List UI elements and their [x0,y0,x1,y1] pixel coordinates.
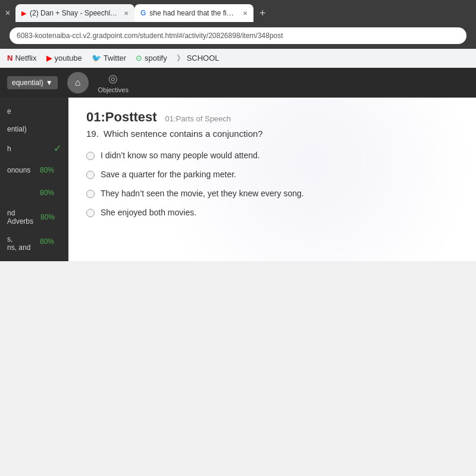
bookmarks-bar: N Netflix ▶ youtube 🐦 Twitter ⊙ spotify … [0,49,476,68]
option-a-text: I didn’t know so many people would atten… [101,151,260,160]
sidebar-item-ential[interactable]: ential) [0,120,68,138]
sequential-dropdown[interactable]: equential) ▼ [7,76,58,89]
option-b-text: Save a quarter for the parking meter. [101,170,236,179]
sidebar-score-conjunctions: 80% [33,235,61,248]
sidebar-label-conjunctions: s, ns, and [7,235,30,252]
option-d-text: She enjoyed both movies. [101,208,196,217]
tab-youtube-label: (2) Dan + Shay - Speechless (Ico [30,9,118,17]
question-body: Which sentence contains a conjunction? [104,129,263,139]
checkmark-icon: ✓ [54,143,61,154]
bookmark-spotify[interactable]: ⊙ spotify [136,54,167,62]
top-nav: equential) ▼ ⌂ ◎ Objectives [0,68,476,98]
sidebar-label-adverbs: nd Adverbs [7,209,33,226]
youtube-bookmark-icon: ▶ [46,54,52,62]
sidebar-item-score2[interactable]: 80% [0,181,68,204]
option-d[interactable]: She enjoyed both movies. [86,208,458,217]
sidebar-item-conjunctions[interactable]: s, ns, and 80% [0,230,68,256]
bookmark-twitter[interactable]: 🐦 Twitter [92,54,126,62]
home-icon: ⌂ [75,77,81,88]
new-tab-button[interactable]: + [253,7,272,20]
tab-google-label: she had heard that the figure sk [149,9,237,17]
question-text: 19. Which sentence contains a conjunctio… [86,129,458,139]
bookmark-school[interactable]: 》 SCHOOL [177,53,220,64]
tab-youtube[interactable]: ▶ (2) Dan + Shay - Speechless (Ico ✕ [15,4,134,22]
google-icon: G [140,9,146,17]
tab-youtube-close[interactable]: ✕ [124,10,129,17]
radio-c[interactable] [86,190,95,198]
objectives-label: Objectives [98,86,129,93]
tab-google-close[interactable]: ✕ [243,10,248,17]
content-area: e ential) h ✓ onouns 80% 80% nd Adverbs … [0,98,476,261]
home-button[interactable]: ⌂ [67,72,89,93]
tab-bar: ✕ ▶ (2) Dan + Shay - Speechless (Ico ✕ G… [0,0,476,23]
bookmark-twitter-label: Twitter [104,54,126,62]
twitter-icon: 🐦 [92,54,101,62]
sidebar-label-ential: ential) [7,125,27,133]
bookmark-youtube[interactable]: ▶ youtube [46,54,82,62]
sidebar: e ential) h ✓ onouns 80% 80% nd Adverbs … [0,98,68,261]
option-b[interactable]: Save a quarter for the parking meter. [86,170,458,179]
option-a[interactable]: I didn’t know so many people would atten… [86,151,458,160]
option-c-text: They hadn’t seen the movie, yet they kne… [101,189,304,198]
dropdown-arrow: ▼ [46,79,53,87]
objectives-button[interactable]: ◎ Objectives [98,72,129,93]
radio-d[interactable] [86,209,95,217]
sidebar-item-h[interactable]: h ✓ [0,138,68,159]
bookmark-school-label: SCHOOL [187,54,220,62]
posttest-title: 01:Posttest [86,109,157,124]
radio-a[interactable] [86,152,95,160]
question-number: 19. [86,129,99,139]
sequential-label: equential) [12,79,43,87]
sidebar-item-e[interactable]: e [0,102,68,120]
sidebar-score-2: 80% [33,186,61,199]
sidebar-label-h: h [7,145,11,153]
tab-google[interactable]: G she had heard that the figure sk ✕ [134,4,253,22]
tab-close-first[interactable]: ✕ [0,9,15,17]
radio-b[interactable] [86,171,95,179]
option-c[interactable]: They hadn’t seen the movie, yet they kne… [86,189,458,198]
netflix-icon: N [7,54,12,62]
sidebar-label-e: e [7,107,11,115]
question-area: 01:Posttest 01:Parts of Speech 19. Which… [68,98,476,261]
spotify-icon: ⊙ [136,54,142,62]
bookmark-spotify-label: spotify [145,54,167,62]
sidebar-item-nouns[interactable]: onouns 80% [0,159,68,181]
sidebar-label-nouns: onouns [7,166,30,174]
main-layout: equential) ▼ ⌂ ◎ Objectives e ential) h … [0,68,476,261]
youtube-icon: ▶ [21,10,26,17]
sidebar-score-adverbs: 80% [33,211,62,224]
address-bar[interactable]: 6083-kootenaiba-ccl.v2.gradpoint.com/stu… [10,27,466,44]
bookmark-netflix-label: Netflix [15,54,36,62]
address-text: 6083-kootenaiba-ccl.v2.gradpoint.com/stu… [17,32,459,40]
bookmark-netflix[interactable]: N Netflix [7,54,37,62]
sidebar-score-nouns: 80% [33,164,61,177]
posttest-subtitle: 01:Parts of Speech [165,114,231,123]
bookmark-youtube-label: youtube [55,54,82,62]
school-icon: 》 [177,53,184,64]
objectives-icon: ◎ [108,72,118,85]
sidebar-item-adverbs[interactable]: nd Adverbs 80% [0,204,68,230]
